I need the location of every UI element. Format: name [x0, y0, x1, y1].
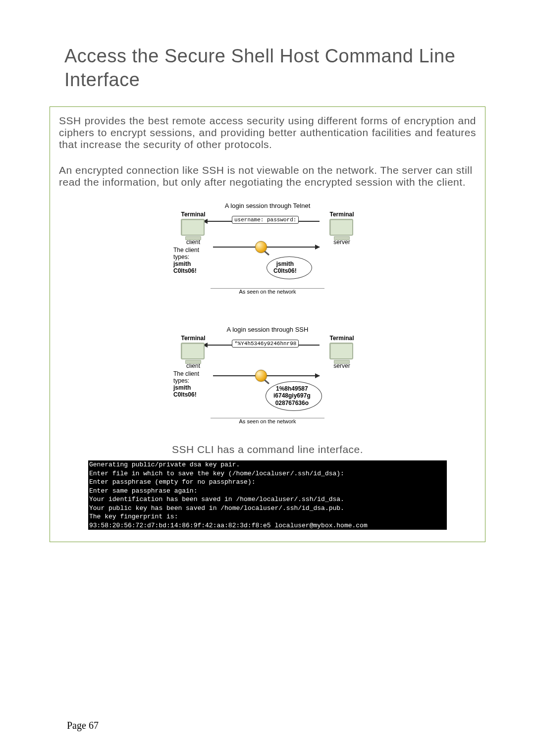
monitor-icon: [181, 219, 206, 238]
paragraph-2: An encrypted connection like SSH is not …: [59, 164, 476, 188]
crypt-line-1: 1%8h49587: [276, 385, 308, 392]
cli-caption: SSH CLI has a command line interface.: [59, 444, 476, 455]
seen-label: As seen on the network: [211, 288, 324, 295]
client-terminal: Terminal client The client types: jsmith…: [173, 335, 213, 398]
terminal-line: Enter passphrase (empty for no passphras…: [89, 478, 255, 486]
client-types: The client types: jsmith C0lts06!: [173, 370, 213, 398]
terminal-line: 93:58:20:56:72:d7:bd:14:86:9f:42:aa:82:3…: [89, 522, 368, 529]
terminal-line: Your identification has been saved in /h…: [89, 496, 344, 503]
types-label: The client types:: [173, 247, 199, 260]
server-term-label: Terminal: [329, 335, 354, 342]
exposed-credentials: jsmith C0lts06!: [273, 260, 297, 274]
monitor-icon: [329, 343, 354, 361]
terminal-line: Enter file in which to save the key (/ho…: [89, 470, 344, 477]
client-types: The client types: jsmith C0lts06!: [173, 247, 213, 274]
server-term-label: Terminal: [329, 211, 354, 218]
terminal-line: Enter same passphrase again:: [89, 487, 197, 495]
diagram-ssh: A login session through SSH *%Y4h5346y92…: [159, 326, 376, 440]
typed-user: jsmith: [173, 260, 191, 267]
server-terminal: Terminal server: [322, 211, 362, 246]
typed-pass: C0lts06!: [173, 267, 197, 274]
crypt-line-2: i6748giy697g: [273, 392, 311, 399]
encrypted-view: 1%8h49587 i6748giy697g 028767636o: [273, 385, 311, 406]
exposed-user: jsmith: [276, 260, 294, 267]
terminal-line: The key fingerprint is:: [89, 513, 178, 520]
diagram-telnet: A login session through Telnet username:…: [159, 202, 376, 311]
diagram2-title: A login session through SSH: [159, 326, 376, 333]
types-label: The client types:: [173, 370, 199, 384]
typed-user: jsmith: [173, 384, 191, 391]
content-box: SSH provides the best remote access secu…: [50, 106, 485, 542]
monitor-icon: [329, 219, 354, 238]
exposed-pass: C0lts06!: [273, 267, 297, 274]
client-term-label: Terminal: [181, 335, 205, 342]
crypt-line-3: 028767636o: [275, 400, 309, 406]
terminal-line: Generating public/private dsa key pair.: [89, 461, 240, 468]
monitor-icon: [181, 343, 206, 361]
magnifier-icon: [255, 370, 267, 382]
paragraph-1: SSH provides the best remote access secu…: [59, 115, 476, 151]
terminal-line: Your public key has been saved in /home/…: [89, 504, 344, 512]
typed-pass: C0lts06!: [173, 391, 197, 398]
terminal-output: Generating public/private dsa key pair. …: [88, 460, 447, 530]
page: Access the Secure Shell Host Command Lin…: [0, 0, 535, 756]
client-term-label: Terminal: [181, 211, 205, 218]
diagram1-title: A login session through Telnet: [159, 202, 376, 209]
server-terminal: Terminal server: [322, 335, 362, 369]
page-title: Access the Secure Shell Host Command Lin…: [50, 45, 485, 92]
page-number: Page 67: [67, 720, 99, 731]
seen-label: As seen on the network: [211, 418, 324, 424]
magnifier-icon: [255, 241, 267, 253]
client-terminal: Terminal client The client types: jsmith…: [173, 211, 213, 274]
